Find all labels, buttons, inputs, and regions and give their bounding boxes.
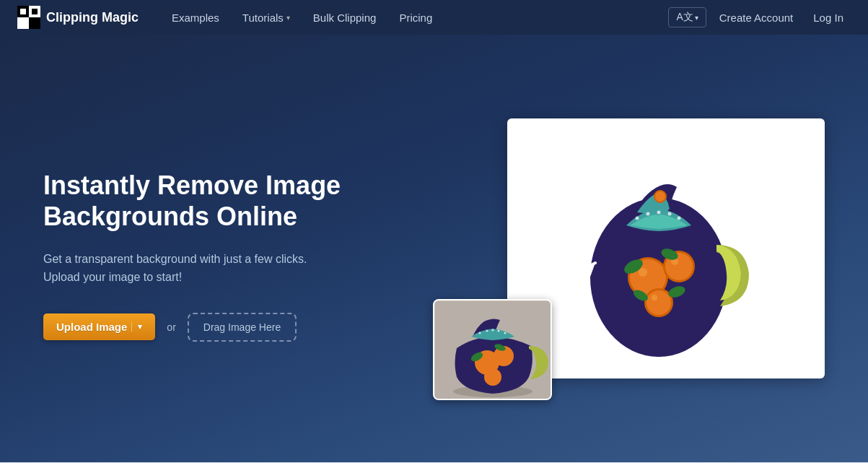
brand-name: Clipping Magic [46,10,139,25]
hero-title: Instantly Remove Image Backgrounds Onlin… [43,170,390,232]
hero-description: Get a transparent background with just a… [43,250,317,287]
svg-point-35 [478,332,481,334]
svg-point-32 [484,368,501,386]
navbar: Clipping Magic Examples Tutorials ▾ Bulk… [0,0,868,35]
nav-right: A文 ▾ Create Account Log In [668,7,851,27]
svg-rect-5 [32,9,38,14]
pitcher-source-image [435,301,551,399]
svg-point-39 [504,332,506,334]
svg-rect-4 [20,9,26,14]
brand-logo-icon [17,6,40,29]
nav-examples[interactable]: Examples [162,9,229,27]
svg-point-15 [652,295,657,300]
nav-tutorials[interactable]: Tutorials ▾ [232,9,300,27]
svg-rect-2 [17,17,29,29]
svg-point-36 [486,329,488,332]
upload-image-button[interactable]: Upload Image ▾ [43,313,155,340]
lang-chevron-icon: ▾ [695,14,698,22]
nav-links: Examples Tutorials ▾ Bulk Clipping Prici… [162,9,668,27]
hero-content: Instantly Remove Image Backgrounds Onlin… [43,155,390,342]
drag-image-zone[interactable]: Drag Image Here [188,313,297,342]
svg-point-21 [646,212,650,216]
svg-point-26 [655,191,665,202]
hero-section: Instantly Remove Image Backgrounds Onlin… [0,35,868,462]
upload-dropdown-icon: ▾ [131,322,142,332]
hero-visual [390,82,825,415]
svg-point-20 [636,217,639,220]
language-button[interactable]: A文 ▾ [668,7,706,27]
svg-point-38 [497,329,499,332]
svg-point-24 [678,217,681,220]
create-account-link[interactable]: Create Account [712,9,801,27]
hero-actions: Upload Image ▾ or Drag Image Here [43,313,390,342]
login-link[interactable]: Log In [806,9,851,27]
brand-link[interactable]: Clipping Magic [17,6,139,29]
upload-label: Upload Image [56,321,127,333]
or-separator: or [167,321,175,333]
svg-rect-3 [29,17,40,29]
nav-pricing[interactable]: Pricing [389,9,442,27]
svg-point-22 [657,211,661,215]
svg-point-12 [646,290,671,315]
pitcher-result-image [565,133,767,364]
svg-point-37 [491,329,494,331]
source-image-thumbnail [433,299,552,400]
tutorials-dropdown-icon: ▾ [286,14,290,22]
svg-point-13 [639,268,647,277]
result-image-box [507,118,825,378]
nav-bulk-clipping[interactable]: Bulk Clipping [303,9,387,27]
svg-point-23 [668,212,672,216]
